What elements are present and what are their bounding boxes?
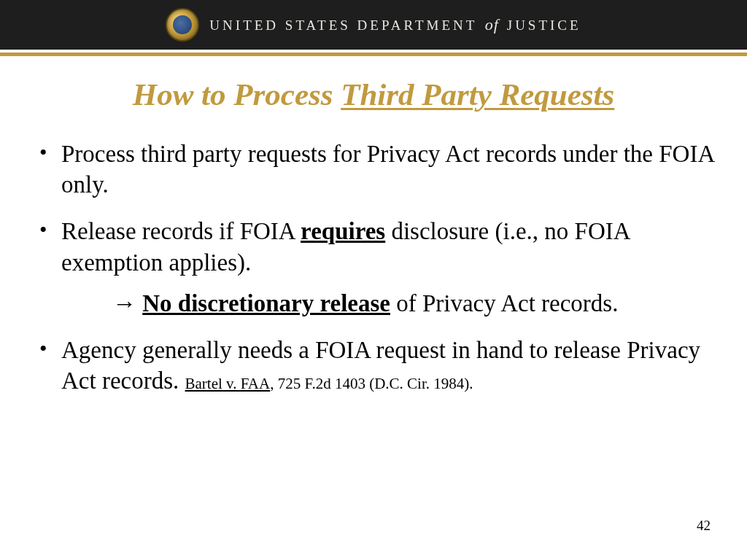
- bullet-2-requires: requires: [301, 218, 385, 244]
- dept-suffix: JUSTICE: [507, 18, 581, 33]
- doj-seal-icon: [166, 8, 199, 42]
- bullet-list: Process third party requests for Privacy…: [32, 139, 715, 397]
- slide-content: How to Process Third Party Requests Proc…: [0, 56, 747, 397]
- title-prefix: How to Process: [133, 77, 341, 112]
- bullet-2-pre: Release records if FOIA: [61, 218, 301, 244]
- sub-post: of Privacy Act records.: [390, 290, 619, 316]
- citation-name: Bartel v. FAA: [185, 375, 271, 392]
- citation-rest: , 725 F.2d 1403 (D.C. Cir. 1984).: [270, 375, 473, 392]
- dept-prefix: UNITED STATES DEPARTMENT: [209, 18, 477, 33]
- bullet-2-sub: → No discretionary release of Privacy Ac…: [88, 288, 715, 319]
- sub-bold: No discretionary release: [142, 290, 390, 316]
- slide-title: How to Process Third Party Requests: [32, 77, 715, 112]
- bullet-1-text: Process third party requests for Privacy…: [61, 141, 713, 198]
- bullet-1: Process third party requests for Privacy…: [32, 139, 715, 200]
- dept-of: of: [485, 15, 499, 34]
- title-underlined: Third Party Requests: [341, 77, 614, 112]
- page-number: 42: [697, 518, 711, 534]
- bullet-2: Release records if FOIA requires disclos…: [32, 216, 715, 319]
- bullet-3: Agency generally needs a FOIA request in…: [32, 335, 715, 396]
- arrow-icon: →: [112, 290, 142, 316]
- department-name: UNITED STATES DEPARTMENT of JUSTICE: [209, 15, 581, 34]
- header-bar: UNITED STATES DEPARTMENT of JUSTICE: [0, 0, 747, 50]
